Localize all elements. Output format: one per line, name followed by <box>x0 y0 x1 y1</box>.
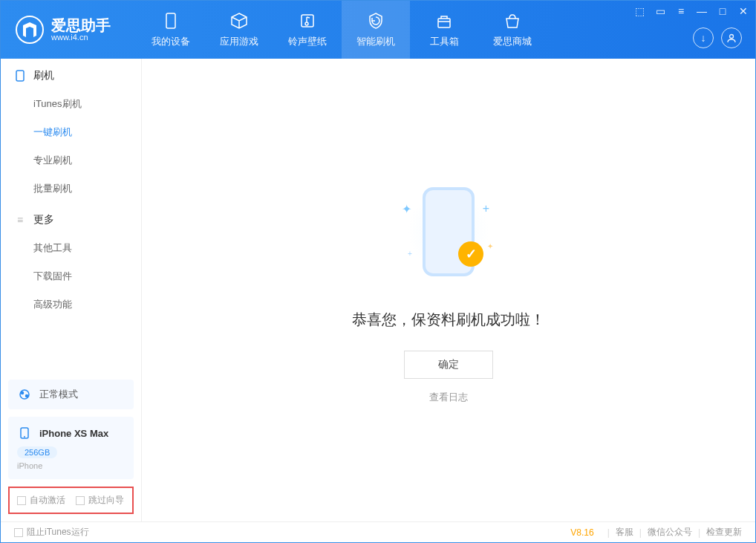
device-icon <box>161 11 180 30</box>
checkbox-icon <box>76 496 85 505</box>
svg-point-7 <box>26 395 28 397</box>
download-button[interactable]: ↓ <box>693 27 714 48</box>
user-button[interactable] <box>721 27 742 48</box>
sparkle-icon: ✦ <box>402 202 411 216</box>
sidebar-bottom: 正常模式 iPhone XS Max 256GB iPhone <box>1 380 141 487</box>
sidebar-section-flash: 刷机 <box>1 59 141 90</box>
success-check-icon: ✓ <box>458 241 483 267</box>
svg-rect-2 <box>438 19 450 27</box>
svg-point-5 <box>20 390 29 399</box>
flash-options-highlighted: 自动激活 跳过向导 <box>8 487 134 514</box>
nav-tab-flash[interactable]: 智能刷机 <box>342 1 410 59</box>
device-card[interactable]: iPhone XS Max 256GB iPhone <box>8 417 134 479</box>
svg-point-3 <box>730 35 734 39</box>
tools-icon <box>434 11 454 30</box>
sparkle-icon: + <box>483 202 489 215</box>
logo-area: 爱思助手 www.i4.cn <box>1 16 126 44</box>
list-icon: ≡ <box>14 214 26 226</box>
sidebar-section-more: ≡ 更多 <box>1 203 141 234</box>
checkbox-icon <box>17 496 26 505</box>
footer-link-wechat[interactable]: 微信公众号 <box>648 526 692 539</box>
window-controls: ⬚ ▭ ≡ — □ ✕ <box>633 5 749 17</box>
view-log-link[interactable]: 查看日志 <box>429 391 468 404</box>
sidebar-item-batch-flash[interactable]: 批量刷机 <box>1 175 141 203</box>
nav-tab-ringtones[interactable]: 铃声壁纸 <box>273 1 342 59</box>
device-storage-badge: 256GB <box>17 446 57 458</box>
sparkle-icon: ✦ <box>487 242 493 250</box>
sidebar: 刷机 iTunes刷机 一键刷机 专业刷机 批量刷机 ≡ 更多 其他工具 下载固… <box>1 59 142 521</box>
svg-rect-0 <box>166 13 175 28</box>
sparkle-icon: + <box>408 250 412 258</box>
mode-label: 正常模式 <box>39 388 78 401</box>
device-name-row: iPhone XS Max <box>17 426 125 440</box>
window-btn-1[interactable]: ⬚ <box>633 5 645 17</box>
nav-tab-apps[interactable]: 应用游戏 <box>205 1 273 59</box>
header-actions: ↓ <box>693 27 742 48</box>
footer-link-support[interactable]: 客服 <box>616 526 633 539</box>
sidebar-item-other-tools[interactable]: 其他工具 <box>1 234 141 262</box>
sidebar-item-itunes-flash[interactable]: iTunes刷机 <box>1 90 141 118</box>
apps-icon <box>229 11 249 30</box>
checkbox-block-itunes[interactable]: 阻止iTunes运行 <box>14 526 89 539</box>
mode-card[interactable]: 正常模式 <box>8 380 134 409</box>
footer-link-update[interactable]: 检查更新 <box>706 526 742 539</box>
version-label: V8.16 <box>570 527 593 538</box>
store-icon <box>503 11 522 30</box>
flash-icon <box>366 11 385 30</box>
nav-tab-device[interactable]: 我的设备 <box>137 1 205 59</box>
window-btn-3[interactable]: ≡ <box>675 5 687 17</box>
logo-text-block: 爱思助手 www.i4.cn <box>51 18 111 42</box>
ringtones-icon <box>298 11 317 30</box>
success-illustration: ✓ ✦ + ✦ + <box>393 176 504 287</box>
checkbox-icon <box>14 528 23 537</box>
main-nav: 我的设备 应用游戏 铃声壁纸 智能刷机 工具箱 爱思商城 <box>137 1 547 59</box>
device-phone-icon <box>17 426 32 440</box>
mode-icon <box>17 387 32 402</box>
checkbox-auto-activate[interactable]: 自动激活 <box>17 494 65 507</box>
phone-outline-icon <box>14 70 26 82</box>
sidebar-item-oneclick-flash[interactable]: 一键刷机 <box>1 118 141 146</box>
footer-right: V8.16 | 客服 | 微信公众号 | 检查更新 <box>570 526 742 539</box>
window-btn-2[interactable]: ▭ <box>654 5 666 17</box>
minimize-button[interactable]: — <box>696 5 708 17</box>
close-button[interactable]: ✕ <box>737 5 749 17</box>
app-header: 爱思助手 www.i4.cn 我的设备 应用游戏 铃声壁纸 智能刷机 工具箱 爱… <box>1 1 755 59</box>
nav-tab-tools[interactable]: 工具箱 <box>410 1 478 59</box>
ok-button[interactable]: 确定 <box>404 351 493 379</box>
sidebar-item-download-firmware[interactable]: 下载固件 <box>1 262 141 290</box>
sidebar-item-advanced[interactable]: 高级功能 <box>1 290 141 319</box>
maximize-button[interactable]: □ <box>717 5 729 17</box>
footer-bar: 阻止iTunes运行 V8.16 | 客服 | 微信公众号 | 检查更新 <box>1 521 755 542</box>
svg-point-6 <box>22 392 24 394</box>
app-url: www.i4.cn <box>51 33 111 42</box>
sidebar-item-pro-flash[interactable]: 专业刷机 <box>1 146 141 175</box>
checkbox-skip-guide[interactable]: 跳过向导 <box>76 494 124 507</box>
nav-tab-store[interactable]: 爱思商城 <box>478 1 547 59</box>
app-name: 爱思助手 <box>51 18 111 33</box>
main-content: ✓ ✦ + ✦ + 恭喜您，保资料刷机成功啦！ 确定 查看日志 <box>142 59 755 521</box>
device-type: iPhone <box>17 461 125 470</box>
body-area: 刷机 iTunes刷机 一键刷机 专业刷机 批量刷机 ≡ 更多 其他工具 下载固… <box>1 59 755 521</box>
success-message: 恭喜您，保资料刷机成功啦！ <box>352 310 545 330</box>
svg-rect-4 <box>16 71 24 81</box>
app-logo-icon <box>16 16 44 44</box>
